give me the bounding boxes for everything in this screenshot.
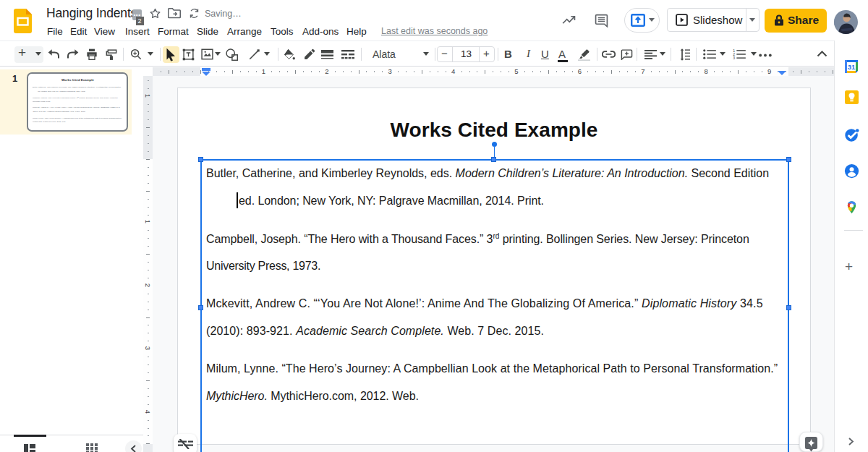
svg-text:3: 3 xyxy=(733,56,735,59)
svg-text:31: 31 xyxy=(848,63,856,71)
